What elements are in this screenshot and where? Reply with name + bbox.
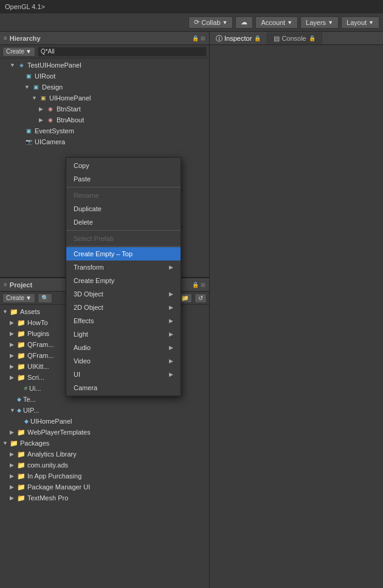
project-item-webplayer[interactable]: ▶ 📁 WebPlayerTemplates — [0, 427, 209, 438]
project-title: Project — [10, 281, 32, 289]
project-item-iap[interactable]: ▶ 📁 In App Purchasing — [0, 471, 209, 481]
collab-icon: ⟳ — [194, 18, 199, 26]
hierarchy-create-arrow: ▼ — [26, 48, 32, 55]
scene-icon: ◈ — [17, 61, 26, 69]
project-refresh-button[interactable]: ↺ — [195, 293, 207, 303]
console-icon: ▤ — [274, 35, 280, 43]
console-lock: 🔒 — [309, 35, 316, 41]
cloud-button[interactable]: ☁ — [235, 16, 253, 29]
hierarchy-item-eventsystem[interactable]: ▣ EventSystem — [0, 125, 209, 136]
collab-arrow: ▼ — [223, 19, 228, 26]
ctx-item-create-empty-top[interactable]: Create Empty – Top — [66, 247, 181, 261]
search-icon: 🔍 — [41, 295, 49, 301]
folder-icon: 📁 — [17, 450, 26, 458]
folder-icon: 📁 — [17, 374, 26, 382]
gameobj-icon: ▣ — [24, 72, 33, 80]
layout-button[interactable]: Layout ▼ — [341, 16, 379, 29]
ctx-item-transform[interactable]: Transform ▶ — [66, 261, 181, 274]
main-layout: ≡ Hierarchy 🔒 ⊞ Create ▼ ▼ ◈ TestUIHom — [0, 32, 383, 588]
ctx-item-light[interactable]: Light ▶ — [66, 327, 181, 341]
ctx-item-ui[interactable]: UI ▶ — [66, 368, 181, 381]
ctx-item-2d-object[interactable]: 2D Object ▶ — [66, 301, 181, 314]
folder-icon: 📁 — [17, 330, 26, 338]
project-maximize-icon[interactable]: ⊞ — [201, 282, 205, 288]
hierarchy-item-testuihomepanel[interactable]: ▼ ◈ TestUIHomePanel — [0, 60, 209, 71]
folder-icon: 📁 — [17, 483, 26, 491]
btn-icon: ◉ — [46, 116, 55, 124]
account-arrow: ▼ — [287, 19, 292, 26]
folder-icon: 📁 — [10, 439, 18, 447]
tab-inspector[interactable]: ⓘ Inspector 🔒 — [210, 32, 267, 44]
account-button[interactable]: Account ▼ — [255, 16, 298, 29]
context-menu-create: Create Empty – Top Transform ▶ Create Em… — [66, 246, 181, 394]
hierarchy-item-uihomepanel[interactable]: ▼ ▣ UIHomePanel — [0, 93, 209, 103]
ctx-item-select-prefab: Select Prefab — [66, 232, 181, 245]
hierarchy-search-input[interactable] — [38, 47, 207, 57]
hierarchy-header-actions: 🔒 ⊞ — [192, 35, 205, 41]
tree-arrow: ▼ — [32, 95, 39, 101]
ctx-item-paste[interactable]: Paste — [66, 172, 181, 186]
ctx-arrow: ▶ — [169, 345, 173, 351]
folder-icon: 📁 — [17, 341, 26, 349]
folder-icon: 📁 — [17, 352, 26, 360]
ctx-item-camera[interactable]: Camera — [66, 381, 181, 394]
hierarchy-create-button[interactable]: Create ▼ — [2, 47, 35, 57]
folder-icon: 📁 — [17, 472, 26, 480]
hierarchy-item-btnabout[interactable]: ▶ ◉ BtnAbout — [0, 114, 209, 125]
ctx-item-audio[interactable]: Audio ▶ — [66, 341, 181, 354]
btn-icon: ◉ — [46, 105, 55, 113]
camera-icon: 📷 — [24, 138, 33, 146]
prefab-icon: ◆ — [17, 396, 21, 402]
hierarchy-lock-icon: 🔒 — [192, 35, 199, 41]
project-create-button[interactable]: Create ▼ — [2, 293, 35, 303]
project-item-packages[interactable]: ▼ 📁 Packages — [0, 438, 209, 449]
project-item-packagemanager[interactable]: ▶ 📁 Package Manager UI — [0, 481, 209, 492]
ctx-item-duplicate[interactable]: Duplicate — [66, 202, 181, 215]
ctx-item-delete[interactable]: Delete — [66, 215, 181, 229]
ctx-item-copy[interactable]: Copy — [66, 159, 181, 172]
tree-arrow: ▼ — [10, 62, 17, 68]
gameobj-icon: ▣ — [24, 127, 33, 135]
ctx-separator-1 — [66, 187, 181, 187]
ctx-item-create-empty[interactable]: Create Empty — [66, 274, 181, 287]
hierarchy-title: Hierarchy — [10, 35, 41, 42]
prefab-icon: ◆ — [17, 407, 21, 413]
hierarchy-item-uicamera[interactable]: 📷 UICamera — [0, 136, 209, 147]
folder-icon: 📁 — [17, 494, 26, 502]
hierarchy-item-design[interactable]: ▼ ▣ Design — [0, 82, 209, 93]
inspector-lock: 🔒 — [254, 35, 261, 41]
folder-icon: 📁 — [17, 363, 26, 371]
hierarchy-sub-toolbar: Create ▼ — [0, 45, 209, 58]
project-item-uip[interactable]: ▼ ◆ UIP... — [0, 405, 209, 416]
collab-button[interactable]: ⟳ Collab ▼ — [188, 16, 233, 29]
layers-button[interactable]: Layers ▼ — [300, 16, 339, 29]
tree-arrow: ▼ — [24, 84, 32, 90]
hierarchy-item-btnstart[interactable]: ▶ ◉ BtnStart — [0, 103, 209, 114]
folder-icon: 📁 — [17, 461, 26, 469]
ctx-separator-2 — [66, 230, 181, 231]
ctx-arrow: ▶ — [169, 291, 173, 297]
ctx-arrow: ▶ — [169, 358, 173, 364]
hierarchy-header: ≡ Hierarchy 🔒 ⊞ — [0, 32, 209, 45]
ctx-item-3d-object[interactable]: 3D Object ▶ — [66, 287, 181, 301]
title-bar: OpenGL 4.1> — [0, 0, 383, 13]
right-panel-tabs: ⓘ Inspector 🔒 ▤ Console 🔒 — [210, 32, 383, 45]
hierarchy-maximize-icon[interactable]: ⊞ — [201, 35, 205, 41]
ctx-arrow: ▶ — [169, 371, 173, 377]
tab-console[interactable]: ▤ Console 🔒 — [267, 32, 322, 44]
folder-icon: 📁 — [10, 308, 18, 316]
cloud-icon: ☁ — [241, 18, 247, 26]
project-item-analytics[interactable]: ▶ 📁 Analytics Library — [0, 449, 209, 460]
project-header-actions: 🔒 ⊞ — [192, 282, 205, 288]
layout-arrow: ▼ — [368, 19, 374, 26]
project-create-arrow: ▼ — [26, 295, 32, 301]
project-item-ads[interactable]: ▶ 📁 com.unity.ads — [0, 460, 209, 471]
project-search-button[interactable]: 🔍 — [38, 293, 52, 303]
ctx-item-effects[interactable]: Effects ▶ — [66, 314, 181, 327]
project-item-uihomepanel[interactable]: ◆ UIHomePanel — [0, 416, 209, 427]
ctx-item-video[interactable]: Video ▶ — [66, 354, 181, 368]
hierarchy-icon: ≡ — [4, 35, 7, 41]
layers-arrow: ▼ — [328, 19, 333, 26]
hierarchy-item-uiroot[interactable]: ▣ UIRoot — [0, 71, 209, 82]
project-item-textmesh[interactable]: ▶ 📁 TextMesh Pro — [0, 492, 209, 503]
